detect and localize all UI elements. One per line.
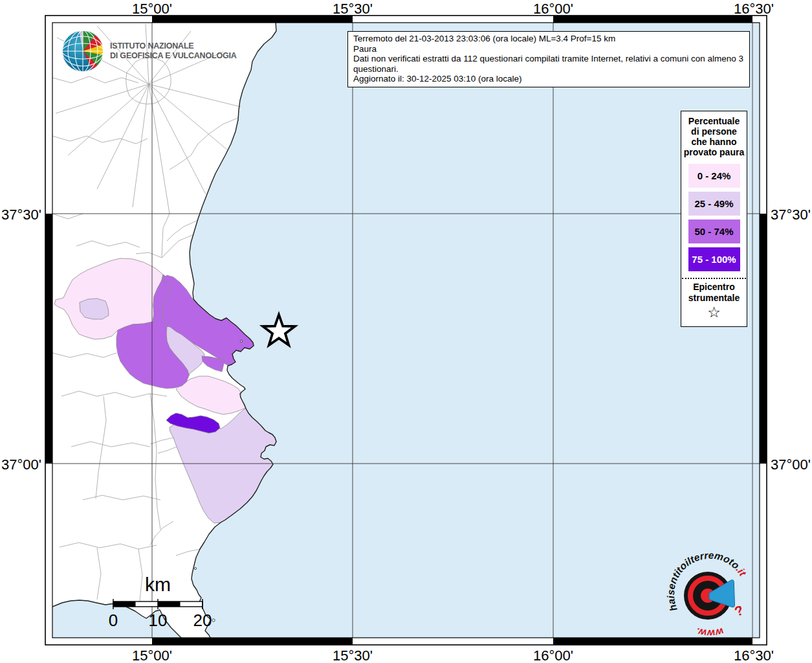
legend-swatch-75-100: 75 - 100% [688,247,740,271]
axis-label-top-1500: 15°00' [123,1,181,17]
axis-label-right-3700: 37°00' [771,456,812,473]
axis-label-top-1530: 15°30' [324,1,382,17]
axis-label-bottom-1500: 15°00' [123,647,181,663]
legend-label-25-49: 25 - 49% [688,192,740,216]
scale-tick-10: 10 [149,611,168,630]
islet [212,619,215,622]
legend-swatch-50-74: 50 - 74% [688,219,740,243]
scale-tick-0: 0 [109,611,118,630]
ingv-globe-icon [61,29,105,73]
haisentitoilterremoto-logo: haisentitoilterremoto.it www. ? [666,550,754,638]
islet [194,567,196,569]
region-lav-small [80,298,109,319]
legend-swatch-25-49: 25 - 49% [688,192,740,216]
legend-epicenter-star-icon: ☆ [681,304,747,321]
event-info-box: Terremoto del 21-03-2013 23:03:06 (ora l… [347,31,750,87]
event-title-line: Terremoto del 21-03-2013 23:03:06 (ora l… [353,34,744,44]
hsit-www-text: www. [694,626,725,638]
axis-label-bottom-1530: 15°30' [324,647,382,663]
macroseismic-map-page: { "info_box": { "line1": "Terremoto del … [0,0,812,663]
event-effect-line: Paura [353,44,744,54]
axis-label-left-3700: 37°00' [0,456,41,473]
axis-label-top-1630: 16°30' [725,1,783,17]
scale-unit-label: km [145,574,171,595]
event-disclaimer-line: Dati non verificati estratti da 112 ques… [353,54,744,74]
ingv-logo-line2: DI GEOFISICA E VULCANOLOGIA [110,51,237,61]
axis-label-bottom-1630: 16°30' [725,647,783,663]
hsit-bullseye-icon [684,572,735,620]
axis-label-top-1600: 16°00' [524,1,582,17]
legend-epicenter-label: Epicentro strumentale [681,282,747,304]
ingv-logo-text: ISTITUTO NAZIONALE DI GEOFISICA E VULCAN… [110,41,237,61]
event-updated-line: Aggiornato il: 30-12-2025 03:10 (ora loc… [353,74,744,84]
legend-title: Percentuale di persone che hanno provato… [681,115,747,160]
legend-label-50-74: 50 - 74% [688,219,740,243]
ingv-logo: ISTITUTO NAZIONALE DI GEOFISICA E VULCAN… [61,29,237,73]
svg-text:www.: www. [694,626,725,638]
legend-divider [682,278,746,279]
hsit-question-mark: ? [732,602,746,619]
legend-label-0-24: 0 - 24% [688,164,740,188]
axis-label-right-3730: 37°30' [771,207,812,223]
axis-label-bottom-1600: 16°00' [524,647,582,663]
legend-swatch-0-24: 0 - 24% [688,164,740,188]
islet [241,341,243,343]
ingv-logo-line1: ISTITUTO NAZIONALE [110,41,237,51]
legend: Percentuale di persone che hanno provato… [681,111,747,327]
axis-label-left-3730: 37°30' [0,207,41,223]
scale-tick-20: 20 [193,611,212,630]
legend-label-75-100: 75 - 100% [688,247,740,271]
